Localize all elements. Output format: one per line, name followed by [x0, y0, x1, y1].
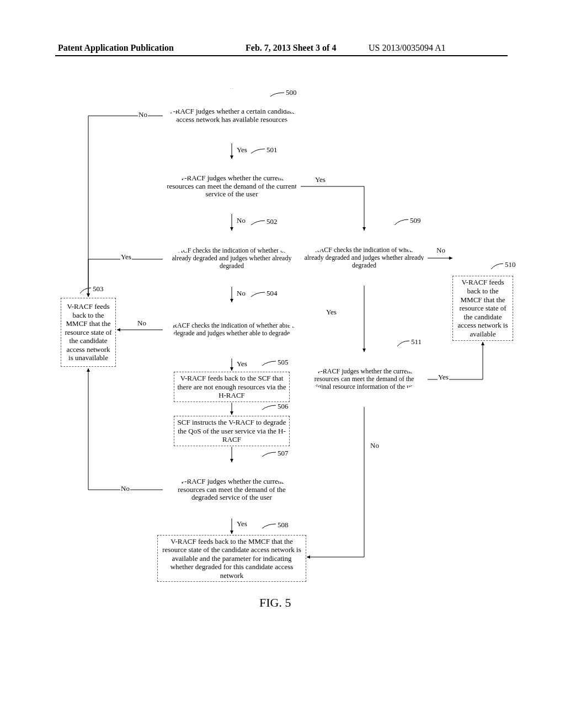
box-510: V-RACF feeds back to the MMCF that the r…	[452, 276, 513, 341]
ref-507: 507	[278, 449, 289, 458]
box-505-text: V-RACF feeds back to the SCF that there …	[177, 374, 286, 400]
box-503-text: V-RACF feeds back to the MMCF that the r…	[64, 302, 113, 362]
box-508: V-RACF feeds back to the MMCF that the r…	[157, 535, 306, 582]
ref-510: 510	[505, 260, 516, 269]
decision-502: V-RACF checks the indication of whether …	[163, 231, 301, 287]
box-505: V-RACF feeds back to the SCF that there …	[174, 372, 290, 402]
edge-511-yes: Yes	[438, 373, 449, 382]
ref-511: 511	[411, 338, 422, 346]
box-506-text: SCF instructs the V-RACF to degrade the …	[177, 418, 286, 444]
ref-504: 504	[266, 289, 278, 298]
decision-500: V-RACF judges whether a certain candidat…	[163, 88, 301, 143]
edge-509-yes: Yes	[326, 308, 337, 317]
edge-502-no: No	[236, 289, 246, 298]
edge-501-yes: Yes	[315, 175, 326, 184]
decision-500-text: V-RACF judges whether a certain candidat…	[166, 108, 298, 124]
edge-504-no: No	[137, 319, 147, 328]
decision-504: V-RACF checks the indication of whether …	[163, 302, 301, 357]
edge-500-no: No	[138, 110, 148, 119]
ref-508: 508	[278, 521, 289, 529]
ref-501: 501	[266, 146, 278, 154]
decision-509: V-RACF checks the indication of whether …	[301, 231, 428, 286]
box-508-text: V-RACF feeds back to the MMCF that the r…	[161, 537, 303, 580]
header-center: Feb. 7, 2013 Sheet 3 of 4	[246, 43, 336, 53]
header-rule	[55, 55, 508, 56]
decision-504-text: V-RACF checks the indication of whether …	[166, 322, 298, 338]
decision-501-text: V-RACF judges whether the current resour…	[166, 174, 298, 199]
box-510-text: V-RACF feeds back to the MMCF that the r…	[456, 278, 510, 338]
ref-503: 503	[93, 285, 104, 293]
flowchart: V-RACF judges whether a certain candidat…	[55, 88, 508, 640]
box-506: SCF instructs the V-RACF to degrade the …	[174, 416, 290, 446]
decision-507: V-RACF judges whether the current resour…	[163, 462, 301, 517]
edge-507-yes: Yes	[236, 520, 248, 528]
ref-502: 502	[266, 217, 278, 226]
edge-502-yes: Yes	[120, 253, 132, 261]
edge-504-yes: Yes	[236, 360, 248, 368]
header-right: US 2013/0035094 A1	[369, 43, 446, 53]
ref-505: 505	[278, 358, 289, 367]
edge-501-no: No	[236, 216, 246, 225]
decision-509-text: V-RACF checks the indication of whether …	[303, 247, 425, 269]
header-left: Patent Application Publication	[58, 43, 174, 53]
decision-502-text: V-RACF checks the indication of whether …	[166, 247, 298, 270]
box-503: V-RACF feeds back to the MMCF that the r…	[61, 298, 116, 367]
decision-507-text: V-RACF judges whether the current resour…	[166, 478, 298, 502]
ref-509: 509	[410, 216, 421, 225]
edge-507-no: No	[120, 484, 130, 493]
edge-511-no: No	[370, 441, 380, 450]
ref-506: 506	[278, 402, 289, 411]
edge-500-yes: Yes	[236, 146, 248, 154]
decision-511: V-RACF judges whether the current resour…	[301, 352, 428, 407]
decision-501: V-RACF judges whether the current resour…	[163, 159, 301, 214]
decision-511-text: V-RACF judges whether the current resour…	[303, 368, 425, 390]
figure-caption: FIG. 5	[259, 596, 291, 610]
edge-509-no: No	[436, 246, 446, 255]
ref-500: 500	[286, 88, 297, 97]
